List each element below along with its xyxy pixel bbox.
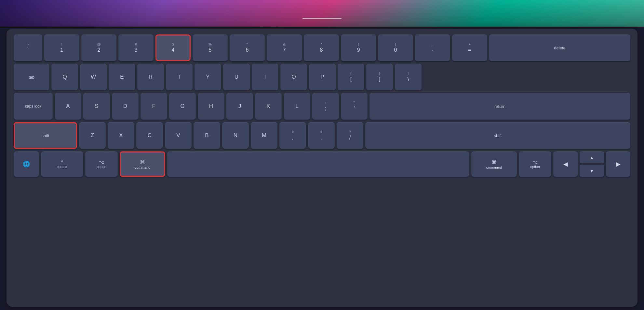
key-k[interactable]: K [255,93,282,120]
key-bracket-close[interactable]: } ] [366,64,393,90]
ipad-screen [0,0,644,28]
key-shift-right[interactable]: shift [365,122,630,149]
key-command-left[interactable]: ⌘ command [120,151,165,177]
row-asdf: caps lock A S D F G H J K L : ; [14,93,630,120]
key-semicolon[interactable]: : ; [312,93,339,120]
key-6[interactable]: ^ 6 [230,34,265,61]
key-bracket-open[interactable]: { [ [338,64,364,90]
key-7[interactable]: & 7 [267,34,302,61]
key-delete[interactable]: delete [489,34,630,61]
key-arrow-down[interactable]: ▼ [580,165,604,177]
key-m[interactable]: M [251,122,277,149]
key-o[interactable]: O [280,64,307,90]
key-b[interactable]: B [194,122,220,149]
key-h[interactable]: H [198,93,224,120]
key-r[interactable]: R [137,64,164,90]
key-0[interactable]: ) 0 [378,34,413,61]
key-option-left[interactable]: ⌥ option [85,151,118,177]
key-d[interactable]: D [112,93,139,120]
key-5[interactable]: % 5 [193,34,228,61]
key-j[interactable]: J [226,93,253,120]
key-globe[interactable]: 🌐 [14,151,39,177]
key-s[interactable]: S [83,93,110,120]
key-backslash[interactable]: | \ [395,64,422,90]
row-zxcv: shift Z X C V B N M < , > . [14,122,630,149]
key-g[interactable]: G [169,93,196,120]
key-q[interactable]: Q [51,64,78,90]
key-arrow-up[interactable]: ▲ [580,151,604,163]
key-p[interactable]: P [309,64,336,90]
key-space[interactable] [167,151,469,177]
key-y[interactable]: Y [195,64,221,90]
key-l[interactable]: L [284,93,310,120]
key-c[interactable]: C [136,122,163,149]
key-arrow-right[interactable]: ▶ [606,151,630,177]
row-qwerty: tab Q W E R T Y U I O P [14,64,630,90]
key-slash[interactable]: ? / [337,122,363,149]
key-command-right[interactable]: ⌘ command [471,151,517,177]
key-comma[interactable]: < , [279,122,306,149]
home-indicator [302,18,342,19]
key-equals[interactable]: + = [452,34,487,61]
key-control[interactable]: ^ control [41,151,83,177]
key-w[interactable]: W [80,64,107,90]
key-2[interactable]: @ 2 [81,34,116,61]
key-tab[interactable]: tab [14,64,49,90]
key-shift-left[interactable]: shift [14,122,77,149]
delete-label: delete [554,45,565,50]
row-bottom: 🌐 ^ control ⌥ option ⌘ command ⌘ command… [14,151,630,177]
key-x[interactable]: X [108,122,134,149]
key-arrow-left[interactable]: ◀ [553,151,578,177]
key-return[interactable]: return [369,93,630,120]
key-capslock[interactable]: caps lock [14,93,53,120]
key-4[interactable]: $ 4 [155,34,191,61]
row-number: ~ ` ! 1 @ 2 # 3 $ 4 % 5 ^ 6 [14,34,630,61]
key-9[interactable]: ( 9 [341,34,376,61]
key-minus[interactable]: _ - [415,34,450,61]
key-i[interactable]: I [252,64,278,90]
key-e[interactable]: E [109,64,135,90]
key-option-right[interactable]: ⌥ option [519,151,551,177]
key-n[interactable]: N [222,122,249,149]
key-a[interactable]: A [55,93,81,120]
key-tilde[interactable]: ~ ` [14,34,42,61]
key-1[interactable]: ! 1 [44,34,79,61]
key-t[interactable]: T [166,64,193,90]
key-f[interactable]: F [141,93,167,120]
key-z[interactable]: Z [79,122,106,149]
key-3[interactable]: # 3 [118,34,154,61]
keyboard-body: ~ ` ! 1 @ 2 # 3 $ 4 % 5 ^ 6 [7,29,637,307]
key-8[interactable]: * 8 [304,34,339,61]
key-quote[interactable]: " ' [341,93,368,120]
key-u[interactable]: U [223,64,250,90]
key-period[interactable]: > . [308,122,335,149]
key-v[interactable]: V [165,122,192,149]
key-arrow-ud-container: ▲ ▼ [580,151,604,177]
